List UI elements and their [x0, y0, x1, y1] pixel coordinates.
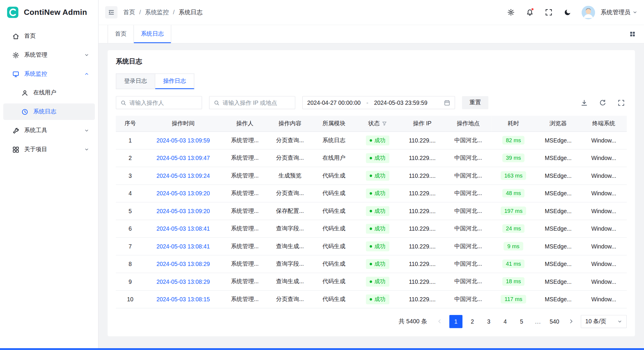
- ip-search-box[interactable]: [209, 96, 295, 109]
- table-row[interactable]: 3 2024-05-03 13:09:24 系统管理... 生成预览 代码生成 …: [116, 167, 627, 184]
- menu-fold-icon: [108, 9, 115, 15]
- operation-time-link[interactable]: 2024-05-03 13:08:29: [156, 261, 210, 267]
- gear-icon: [12, 52, 19, 59]
- page-button-3[interactable]: 3: [482, 315, 495, 328]
- app-logo[interactable]: ContiNew Admin: [0, 0, 98, 25]
- sidebar-item-system-tools[interactable]: 系统工具: [3, 122, 95, 139]
- sidebar-item-home[interactable]: 首页: [3, 28, 95, 44]
- table-row[interactable]: 8 2024-05-03 13:08:29 系统管理... 查询字段... 代码…: [116, 255, 627, 273]
- page-button-4[interactable]: 4: [499, 315, 512, 328]
- status-label: 成功: [374, 207, 385, 215]
- operation-time-link[interactable]: 2024-05-03 13:09:24: [156, 172, 210, 179]
- col-ip: 操作 IP: [399, 116, 445, 132]
- tab-login-logs[interactable]: 登录日志: [116, 74, 155, 89]
- page-button-1[interactable]: 1: [449, 315, 462, 328]
- module-cell: 代码生成: [322, 243, 345, 249]
- browser-cell: MSEdge...: [545, 278, 572, 285]
- tab-operation-logs[interactable]: 操作日志: [155, 74, 194, 89]
- table-row[interactable]: 6 2024-05-03 13:08:41 系统管理... 查询字段... 代码…: [116, 220, 627, 237]
- operation-ip-cell: 110.229....: [409, 261, 436, 267]
- table-row[interactable]: 7 2024-05-03 13:08:41 系统管理... 查询生成... 代码…: [116, 237, 627, 255]
- search-icon: [213, 99, 220, 106]
- operation-content-cell: 生成预览: [279, 172, 301, 178]
- page-button-2[interactable]: 2: [466, 315, 479, 328]
- operation-location-cell: 中国河北...: [454, 154, 482, 161]
- col-index: 序号: [116, 116, 145, 132]
- table-row[interactable]: 2 2024-05-03 13:09:47 系统管理... 分页查询... 在线…: [116, 149, 627, 167]
- browser-cell: MSEdge...: [545, 243, 572, 249]
- operation-time-link[interactable]: 2024-05-03 13:08:29: [156, 278, 210, 285]
- module-cell: 代码生成: [322, 225, 345, 231]
- operation-time-link[interactable]: 2024-05-03 13:08:41: [156, 243, 210, 249]
- settings-button[interactable]: [504, 6, 517, 19]
- prev-page-button[interactable]: [433, 315, 446, 328]
- page-button-5[interactable]: 5: [515, 315, 528, 328]
- log-type-tabs: 登录日志 操作日志: [116, 74, 627, 89]
- filter-funnel-icon[interactable]: [382, 121, 387, 126]
- tab-system-logs[interactable]: 系统日志: [134, 25, 171, 43]
- date-start-value: 2024-04-27 00:00:00: [307, 99, 361, 106]
- status-label: 成功: [374, 137, 385, 144]
- bottom-accent-bar: [0, 348, 644, 350]
- operation-time-link[interactable]: 2024-05-03 13:09:59: [156, 137, 210, 143]
- operation-time-link[interactable]: 2024-05-03 13:09:20: [156, 190, 210, 197]
- pagination-total: 共 5400 条: [399, 317, 427, 325]
- sidebar-item-system-management[interactable]: 系统管理: [3, 47, 95, 63]
- browser-cell: MSEdge...: [545, 208, 572, 214]
- collapse-sidebar-button[interactable]: [105, 6, 117, 18]
- sidebar-item-system-logs[interactable]: 系统日志: [3, 104, 95, 120]
- sidebar-item-about[interactable]: 关于项目: [3, 141, 95, 158]
- operator-search-input[interactable]: [129, 99, 198, 106]
- dark-mode-button[interactable]: [561, 6, 574, 19]
- operation-time-link[interactable]: 2024-05-03 13:09:47: [156, 155, 210, 161]
- status-dot-icon: [369, 174, 372, 177]
- cost-badge: 41 ms: [502, 259, 525, 268]
- fullscreen-button[interactable]: [542, 6, 555, 19]
- tab-list-button[interactable]: [627, 28, 638, 40]
- operation-time-link[interactable]: 2024-05-03 13:08:41: [156, 225, 210, 232]
- expand-icon: [618, 99, 625, 106]
- status-badge: 成功: [366, 188, 389, 198]
- log-table-body: 1 2024-05-03 13:09:59 系统管理... 分页查询... 系统…: [116, 132, 627, 308]
- operator-cell: 系统管理...: [231, 243, 259, 249]
- operation-content-cell: 查询字段...: [276, 225, 304, 231]
- user-menu[interactable]: 系统管理员: [601, 8, 637, 16]
- operator-search-box[interactable]: [116, 96, 202, 109]
- table-row[interactable]: 9 2024-05-03 13:08:29 系统管理... 查询生成... 代码…: [116, 273, 627, 290]
- avatar[interactable]: [581, 6, 595, 19]
- page-size-select[interactable]: 10 条/页: [581, 315, 627, 328]
- operation-location-cell: 中国河北...: [454, 225, 482, 231]
- sidebar-item-online-users[interactable]: 在线用户: [3, 85, 95, 101]
- notifications-button[interactable]: [523, 6, 536, 19]
- table-row[interactable]: 5 2024-05-03 13:09:20 系统管理... 保存配置... 代码…: [116, 202, 627, 220]
- operation-ip-cell: 110.229....: [409, 155, 436, 161]
- breadcrumb-item[interactable]: 系统监控: [145, 8, 169, 16]
- status-badge: 成功: [366, 171, 389, 180]
- operation-time-link[interactable]: 2024-05-03 13:08:15: [156, 296, 210, 303]
- module-cell: 在线用户: [322, 154, 345, 161]
- table-row[interactable]: 4 2024-05-03 13:09:20 系统管理... 分页查询... 代码…: [116, 184, 627, 202]
- ip-search-input[interactable]: [223, 99, 291, 106]
- operator-cell: 系统管理...: [231, 278, 259, 284]
- operation-time-link[interactable]: 2024-05-03 13:09:20: [156, 208, 210, 214]
- reset-button[interactable]: 重置: [462, 96, 488, 109]
- table-row[interactable]: 1 2024-05-03 13:09:59 系统管理... 分页查询... 系统…: [116, 132, 627, 149]
- page-button-540[interactable]: 540: [548, 315, 561, 328]
- sidebar-item-system-monitor[interactable]: 系统监控: [3, 66, 95, 82]
- module-cell: 代码生成: [322, 207, 345, 214]
- table-fullscreen-button[interactable]: [615, 97, 627, 108]
- col-operator: 操作人: [222, 116, 268, 132]
- page-tabs-bar: 首页 系统日志: [99, 25, 644, 44]
- page-ellipsis[interactable]: ...: [531, 315, 545, 328]
- export-button[interactable]: [578, 97, 590, 108]
- date-range-picker[interactable]: 2024-04-27 00:00:00 - 2024-05-03 23:59:5…: [302, 96, 455, 109]
- terminal-os-cell: Window...: [591, 172, 616, 179]
- status-label: 成功: [374, 225, 385, 232]
- tab-home[interactable]: 首页: [107, 25, 134, 43]
- table-row[interactable]: 10 2024-05-03 13:08:15 系统管理... 分页查询... 代…: [116, 290, 627, 308]
- calendar-icon: [444, 99, 450, 106]
- breadcrumb-item[interactable]: 首页: [123, 8, 135, 16]
- row-index: 2: [129, 155, 132, 161]
- refresh-button[interactable]: [597, 97, 608, 108]
- next-page-button[interactable]: [564, 315, 577, 328]
